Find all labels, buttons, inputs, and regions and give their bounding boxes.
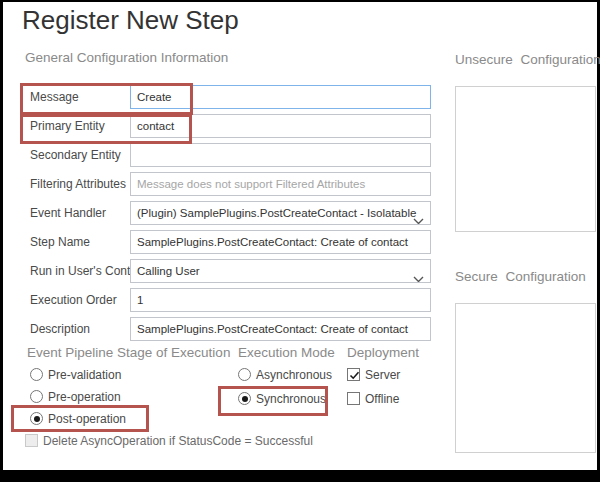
server-label: Server: [365, 368, 400, 382]
description-label: Description: [30, 317, 90, 341]
event-handler-value: (Plugin) SamplePlugins.PostCreateContact…: [137, 207, 416, 219]
chevron-down-icon: [413, 210, 424, 217]
field-row-execution-order: Execution Order: [3, 288, 433, 312]
event-handler-label: Event Handler: [30, 201, 106, 225]
post-operation-label: Post-operation: [48, 412, 126, 426]
offline-checkbox[interactable]: [347, 392, 360, 405]
message-label: Message: [30, 85, 79, 109]
run-in-users-context-select[interactable]: Calling User: [130, 259, 431, 283]
page-title: Register New Step: [22, 5, 239, 36]
field-row-filtering-attributes: Filtering Attributes: [3, 172, 433, 196]
field-row-event-handler: Event Handler (Plugin) SamplePlugins.Pos…: [3, 201, 433, 225]
chevron-down-icon: [413, 268, 424, 275]
pre-validation-label: Pre-validation: [48, 368, 121, 382]
pre-validation-radio[interactable]: [30, 368, 43, 381]
deployment-heading: Deployment: [347, 345, 419, 360]
delete-async-operation-label: Delete AsyncOperation if StatusCode = Su…: [43, 434, 313, 448]
event-handler-select[interactable]: (Plugin) SamplePlugins.PostCreateContact…: [130, 201, 431, 225]
field-row-primary-entity: Primary Entity: [3, 114, 433, 138]
step-name-input[interactable]: [130, 230, 431, 254]
screenshot-frame: Register New Step General Configuration …: [0, 0, 600, 482]
message-input[interactable]: [130, 85, 431, 109]
filtering-attributes-input[interactable]: [130, 172, 431, 196]
unsecure-configuration-heading: Unsecure Configuration: [455, 52, 600, 67]
run-in-users-context-value: Calling User: [137, 265, 200, 277]
field-row-message: Message: [3, 85, 433, 109]
execution-mode-heading: Execution Mode: [238, 345, 335, 360]
pre-operation-radio[interactable]: [30, 390, 43, 403]
field-row-step-name: Step Name: [3, 230, 433, 254]
primary-entity-input[interactable]: [130, 114, 431, 138]
asynchronous-radio[interactable]: [238, 368, 251, 381]
run-in-users-context-label: Run in User's Context: [30, 259, 146, 283]
offline-label: Offline: [365, 392, 399, 406]
secure-configuration-textarea[interactable]: [455, 303, 596, 453]
register-new-step-dialog: Register New Step General Configuration …: [3, 2, 597, 470]
filtering-attributes-label: Filtering Attributes: [30, 172, 126, 196]
field-row-secondary-entity: Secondary Entity: [3, 143, 433, 167]
post-operation-radio[interactable]: [30, 412, 43, 425]
secondary-entity-input[interactable]: [130, 143, 431, 167]
execution-order-label: Execution Order: [30, 288, 117, 312]
field-row-description: Description: [3, 317, 433, 341]
unsecure-configuration-textarea[interactable]: [455, 86, 596, 232]
check-icon: [348, 369, 361, 382]
field-row-run-in-users-context: Run in User's Context Calling User: [3, 259, 433, 283]
primary-entity-label: Primary Entity: [30, 114, 105, 138]
secure-configuration-heading: Secure Configuration: [455, 269, 586, 284]
description-input[interactable]: [130, 317, 431, 341]
pre-operation-label: Pre-operation: [48, 390, 121, 404]
asynchronous-label: Asynchronous: [256, 368, 332, 382]
secondary-entity-label: Secondary Entity: [30, 143, 121, 167]
delete-async-operation-checkbox: [25, 434, 38, 447]
general-configuration-heading: General Configuration Information: [25, 50, 228, 65]
server-checkbox[interactable]: [347, 368, 360, 381]
event-pipeline-stage-heading: Event Pipeline Stage of Execution: [27, 345, 230, 360]
synchronous-radio[interactable]: [238, 392, 251, 405]
synchronous-label: Synchronous: [256, 392, 326, 406]
step-name-label: Step Name: [30, 230, 90, 254]
execution-order-input[interactable]: [130, 288, 431, 312]
